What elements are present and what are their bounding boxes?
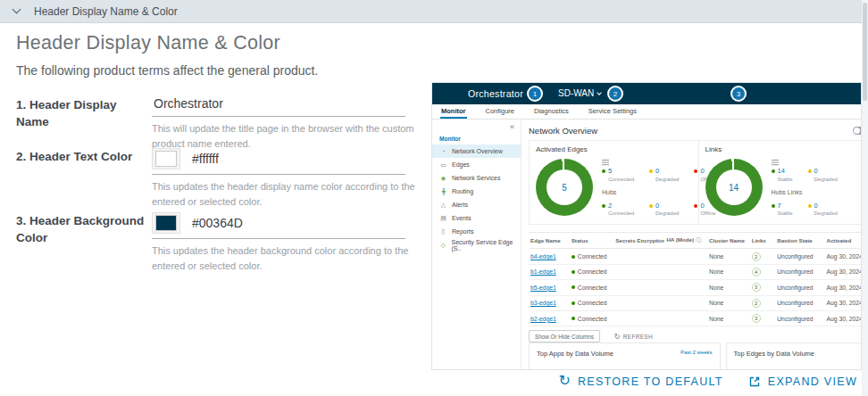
stat-connected: 2Connected (602, 202, 634, 217)
time-range-label: Past 2 weeks (680, 350, 713, 355)
header-background-color-value: #00364D (192, 216, 243, 230)
green-dot-icon (572, 270, 575, 274)
tab-configure: Configure (485, 105, 516, 119)
red-dot-icon (694, 169, 697, 173)
collapse-sidebar-icon: « (432, 121, 521, 133)
activated-edges-donut: 5 (536, 159, 593, 216)
green-dot-icon (772, 204, 775, 208)
edge-link: b2-edge1 (530, 316, 556, 322)
field-hint: This will update the title page in the b… (152, 121, 420, 151)
tab-monitor: Monitor (440, 105, 467, 119)
edge-link: b4-edge1 (530, 253, 556, 260)
show-hide-columns-button: Show Or Hide Columns (529, 330, 600, 342)
refresh-icon: ↻ (559, 372, 571, 389)
header-display-name-value: Orchestrator (154, 96, 223, 111)
red-dot-icon (694, 204, 697, 208)
links-count-badge: 3 (752, 283, 761, 292)
accordion-header[interactable]: Header Display Name & Color (0, 0, 868, 23)
header-background-color-input[interactable]: #00364D (152, 212, 405, 239)
page-scrollbar[interactable] (862, 0, 868, 396)
table-row: b4-edge1 Connected None 2 Unconfigured A… (529, 249, 862, 264)
refresh-button: ↻ REFRESH (614, 333, 653, 341)
table-header-row: Edge Name Status Secrets Encryption HA (… (529, 232, 862, 249)
yellow-dot-icon (808, 204, 812, 208)
edges-table: Edge Name Status Secrets Encryption HA (… (529, 232, 862, 326)
field-header-display-name: 1. Header Display Name Orchestrator This… (16, 96, 420, 151)
expand-view-button[interactable]: EXPAND VIEW (748, 375, 857, 388)
sidebar-item-network-services: ◈ Network Services (432, 171, 521, 185)
sidebar-item-reports: ▯ Reports (432, 225, 521, 238)
links-count-badge: 4 (752, 268, 761, 276)
menu-icon (602, 160, 609, 161)
chevron-down-icon (597, 90, 602, 95)
panel-links: Links 14 14Stable (699, 141, 863, 224)
swatch-color (155, 151, 177, 167)
scrollbar-thumb[interactable] (863, 3, 867, 101)
header-text-color-input[interactable]: #ffffff (152, 148, 405, 175)
stat-degraded: 0Degraded (808, 167, 838, 182)
preview-sidebar: « Monitor ◔ Network Overview ▭ Edges ◈ N… (432, 120, 522, 370)
security-service-edge-icon: ◇ (439, 242, 447, 249)
links-count-badge: 2 (752, 299, 761, 308)
product-preview: Orchestrator 1 SD-WAN 2 3 Monitor Config… (431, 82, 862, 370)
overview-panels: Activated Edges 5 5Connected (529, 140, 862, 225)
green-dot-icon (602, 204, 605, 208)
restore-to-default-button[interactable]: ↻ RESTORE TO DEFAULT (559, 374, 723, 389)
green-dot-icon (572, 255, 575, 259)
header-display-name-input[interactable]: Orchestrator (152, 96, 405, 117)
sidebar-item-security-service-edge: ◇ Security Service Edge (S.. (432, 238, 521, 252)
step-badge-2: 2 (607, 86, 623, 102)
table-row: b5-edge1 Connected None 3 Unconfigured A… (529, 280, 862, 295)
subgroup-hubs-links: Hubs Links (772, 189, 863, 195)
edge-link: b1-edge1 (530, 268, 556, 275)
alerts-icon: △ (439, 202, 447, 209)
network-services-icon: ◈ (439, 175, 447, 182)
preview-brand: Orchestrator (468, 88, 523, 99)
field-label: 1. Header Display Name (16, 96, 152, 151)
sidebar-section-monitor: Monitor (432, 133, 521, 144)
footer-actions: ↻ RESTORE TO DEFAULT EXPAND VIEW (559, 374, 857, 389)
sidebar-item-events: ▤ Events (432, 211, 521, 225)
tab-service-settings: Service Settings (588, 105, 638, 119)
tab-diagnostics: Diagnostics (533, 105, 570, 119)
stat-stable: 7Stable (772, 202, 793, 217)
stat-connected: 5Connected (602, 167, 634, 182)
external-link-icon (748, 375, 761, 388)
yellow-dot-icon (649, 204, 653, 208)
edge-link: b5-edge1 (530, 285, 556, 291)
sidebar-item-alerts: △ Alerts (432, 198, 521, 211)
green-dot-icon (772, 169, 775, 173)
step-badge-3: 3 (730, 86, 747, 102)
stat-degraded: 0Degraded (649, 167, 679, 182)
table-row: b2-edge1 Connected None 3 Unconfigured A… (529, 311, 862, 326)
green-dot-icon (572, 317, 575, 320)
stat-degraded: 0Degraded (649, 202, 679, 217)
chevron-down-icon[interactable] (13, 5, 21, 14)
field-label: 3. Header Background Color (16, 212, 152, 273)
green-dot-icon (572, 301, 575, 305)
field-label: 2. Header Text Color (16, 148, 152, 209)
accordion-title: Header Display Name & Color (34, 5, 178, 18)
header-text-color-value: #ffffff (192, 152, 219, 166)
refresh-icon: ↻ (614, 333, 621, 341)
sidebar-item-routing: ╋ Routing (432, 185, 521, 198)
page-title: Header Display Name & Color (16, 32, 280, 54)
background-color-swatch[interactable] (152, 212, 180, 234)
table-row: b3-edge1 Connected None 2 Unconfigured A… (529, 296, 862, 311)
stat-stable: 14Stable (772, 167, 793, 182)
preview-tab-bar: Monitor Configure Diagnostics Service Se… (432, 104, 861, 120)
info-icon: ⓘ (696, 236, 701, 243)
preview-main: Network Overview Activated Edges 5 (522, 120, 862, 370)
panel-activated-edges: Activated Edges 5 5Connected (530, 141, 699, 224)
text-color-swatch[interactable] (152, 148, 180, 169)
step-badge-1: 1 (527, 86, 543, 102)
routing-icon: ╋ (439, 188, 447, 195)
panel-top-edges: Top Edges by Data Volume (726, 342, 862, 370)
swatch-color (155, 215, 177, 231)
preview-header-bar: Orchestrator 1 SD-WAN 2 3 (432, 83, 861, 104)
edge-link: b3-edge1 (530, 300, 556, 306)
edges-icon: ▭ (439, 161, 447, 169)
green-dot-icon (602, 169, 605, 173)
reports-icon: ▯ (439, 228, 447, 235)
overview-toggle (853, 127, 862, 135)
